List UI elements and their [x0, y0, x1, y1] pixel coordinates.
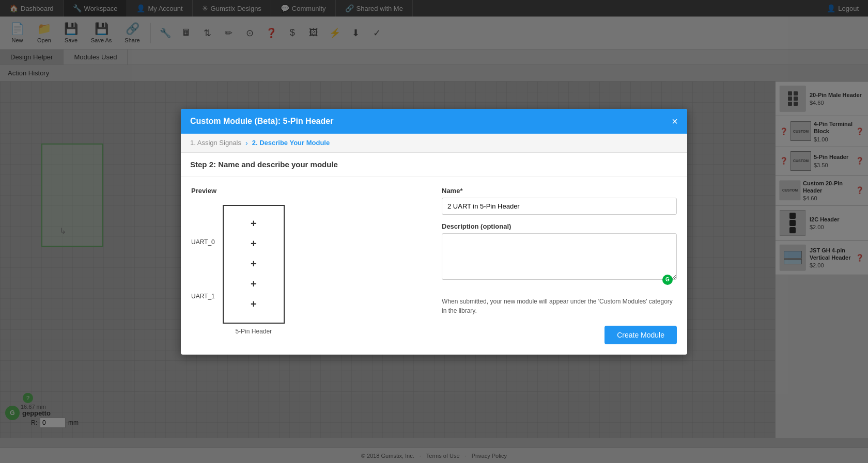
breadcrumb-arrow: ›: [245, 139, 248, 147]
modal-body: Preview UART_0 UART_1 + + + + +: [181, 177, 687, 355]
modal-step-title: Step 2: Name and describe your module: [181, 153, 687, 177]
pin-1: +: [251, 218, 257, 230]
form-info-text: When submitted, your new module will app…: [442, 297, 677, 315]
pin-3: +: [251, 258, 257, 270]
breadcrumb-step2: 2. Describe Your Module: [252, 139, 330, 147]
preview-diagram: UART_0 UART_1 + + + + + 5-Pin Header: [191, 205, 426, 335]
preview-box: + + + + +: [223, 205, 285, 324]
form-section: Name* Description (optional) G When subm…: [442, 187, 677, 344]
create-module-button[interactable]: Create Module: [605, 326, 677, 344]
preview-section: Preview UART_0 UART_1 + + + + +: [191, 187, 426, 344]
name-input[interactable]: [442, 198, 677, 215]
pin-label-1: UART_1: [191, 293, 215, 300]
description-textarea[interactable]: [442, 233, 677, 280]
pin-labels: UART_0 UART_1: [191, 205, 215, 324]
preview-label: Preview: [191, 187, 426, 195]
name-label: Name*: [442, 187, 677, 195]
pin-2: +: [251, 238, 257, 250]
pin-label-0: UART_0: [191, 238, 215, 246]
modal-overlay[interactable]: Custom Module (Beta): 5-Pin Header × 1. …: [0, 0, 868, 463]
grammarly-icon: G: [662, 275, 673, 285]
modal-title: Custom Module (Beta): 5-Pin Header: [190, 117, 333, 126]
modal-dialog: Custom Module (Beta): 5-Pin Header × 1. …: [181, 109, 687, 355]
breadcrumb-step1: 1. Assign Signals: [190, 139, 241, 147]
component-label: 5-Pin Header: [223, 328, 285, 335]
pin-4: +: [251, 278, 257, 290]
modal-header: Custom Module (Beta): 5-Pin Header ×: [181, 109, 687, 134]
description-wrapper: G: [442, 233, 677, 289]
description-label: Description (optional): [442, 222, 677, 230]
modal-breadcrumb: 1. Assign Signals › 2. Describe Your Mod…: [181, 134, 687, 153]
modal-close-button[interactable]: ×: [672, 116, 678, 126]
pin-5: +: [251, 298, 257, 310]
